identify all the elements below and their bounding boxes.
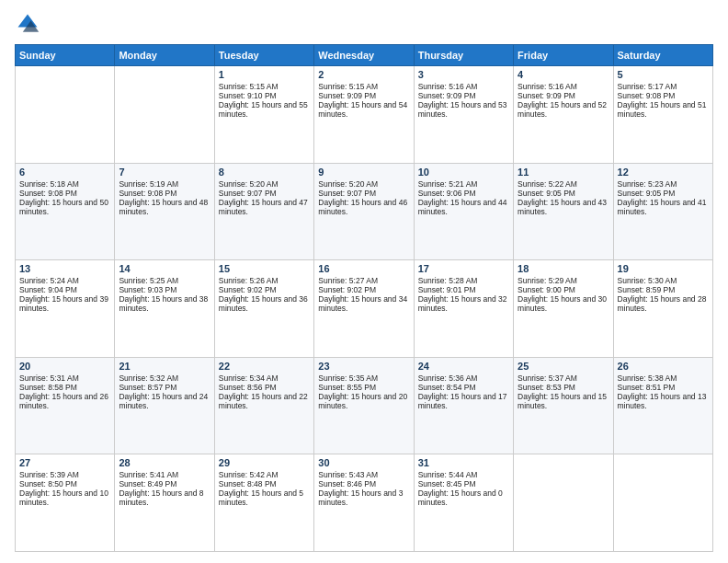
daylight-text: Daylight: 15 hours and 53 minutes. (418, 100, 509, 119)
day-number: 6 (19, 167, 110, 178)
sunset-text: Sunset: 9:08 PM (119, 189, 210, 198)
sunrise-text: Sunrise: 5:25 AM (119, 276, 210, 285)
sunset-text: Sunset: 8:46 PM (318, 479, 409, 488)
day-number: 7 (119, 167, 210, 178)
sunset-text: Sunset: 9:00 PM (518, 285, 609, 294)
calendar-cell: 30Sunrise: 5:43 AMSunset: 8:46 PMDayligh… (314, 454, 414, 552)
sunrise-text: Sunrise: 5:37 AM (518, 373, 609, 383)
calendar-cell: 13Sunrise: 5:24 AMSunset: 9:04 PMDayligh… (16, 260, 115, 358)
day-number: 27 (19, 457, 110, 468)
sunrise-text: Sunrise: 5:24 AM (19, 276, 110, 285)
calendar-table: SundayMondayTuesdayWednesdayThursdayFrid… (15, 44, 713, 552)
daylight-text: Daylight: 15 hours and 54 minutes. (318, 100, 409, 119)
sunset-text: Sunset: 8:50 PM (19, 479, 110, 488)
calendar-header-saturday: Saturday (613, 45, 712, 66)
day-number: 14 (119, 263, 210, 274)
calendar-cell: 11Sunrise: 5:22 AMSunset: 9:05 PMDayligh… (514, 163, 613, 260)
daylight-text: Daylight: 15 hours and 36 minutes. (219, 294, 310, 313)
sunset-text: Sunset: 9:09 PM (418, 91, 509, 100)
calendar-cell: 26Sunrise: 5:38 AMSunset: 8:51 PMDayligh… (613, 357, 712, 454)
calendar-cell: 20Sunrise: 5:31 AMSunset: 8:58 PMDayligh… (16, 357, 115, 454)
sunrise-text: Sunrise: 5:44 AM (418, 470, 509, 479)
daylight-text: Daylight: 15 hours and 41 minutes. (618, 198, 709, 216)
sunset-text: Sunset: 9:02 PM (318, 285, 409, 294)
daylight-text: Daylight: 15 hours and 17 minutes. (418, 392, 509, 410)
sunrise-text: Sunrise: 5:34 AM (219, 373, 310, 383)
calendar-header-thursday: Thursday (414, 45, 513, 66)
daylight-text: Daylight: 15 hours and 24 minutes. (119, 392, 210, 410)
calendar-cell: 21Sunrise: 5:32 AMSunset: 8:57 PMDayligh… (115, 357, 214, 454)
daylight-text: Daylight: 15 hours and 3 minutes. (318, 488, 409, 507)
sunset-text: Sunset: 9:01 PM (418, 285, 509, 294)
sunrise-text: Sunrise: 5:23 AM (618, 179, 709, 189)
calendar-header-tuesday: Tuesday (214, 45, 313, 66)
sunrise-text: Sunrise: 5:28 AM (418, 276, 509, 285)
daylight-text: Daylight: 15 hours and 20 minutes. (318, 392, 409, 410)
daylight-text: Daylight: 15 hours and 32 minutes. (418, 294, 509, 313)
sunset-text: Sunset: 8:54 PM (418, 383, 509, 392)
sunset-text: Sunset: 9:09 PM (318, 91, 409, 100)
daylight-text: Daylight: 15 hours and 34 minutes. (318, 294, 409, 313)
day-number: 28 (119, 457, 210, 468)
daylight-text: Daylight: 15 hours and 43 minutes. (518, 198, 609, 216)
sunrise-text: Sunrise: 5:20 AM (219, 179, 310, 189)
daylight-text: Daylight: 15 hours and 0 minutes. (418, 488, 509, 507)
sunset-text: Sunset: 8:53 PM (518, 383, 609, 392)
sunset-text: Sunset: 9:05 PM (618, 189, 709, 198)
calendar-cell: 10Sunrise: 5:21 AMSunset: 9:06 PMDayligh… (414, 163, 513, 260)
sunset-text: Sunset: 8:51 PM (618, 383, 709, 392)
daylight-text: Daylight: 15 hours and 51 minutes. (618, 100, 709, 119)
calendar-week-3: 13Sunrise: 5:24 AMSunset: 9:04 PMDayligh… (16, 260, 713, 358)
calendar-cell (115, 66, 214, 164)
day-number: 25 (518, 361, 609, 372)
day-number: 17 (418, 263, 509, 274)
sunrise-text: Sunrise: 5:35 AM (318, 373, 409, 383)
sunrise-text: Sunrise: 5:16 AM (418, 82, 509, 91)
sunrise-text: Sunrise: 5:39 AM (19, 470, 110, 479)
day-number: 26 (618, 361, 709, 372)
daylight-text: Daylight: 15 hours and 8 minutes. (119, 488, 210, 507)
day-number: 24 (418, 361, 509, 372)
day-number: 19 (618, 263, 709, 274)
calendar-cell: 7Sunrise: 5:19 AMSunset: 9:08 PMDaylight… (115, 163, 214, 260)
sunrise-text: Sunrise: 5:42 AM (219, 470, 310, 479)
calendar-header-row: SundayMondayTuesdayWednesdayThursdayFrid… (16, 45, 713, 66)
sunset-text: Sunset: 8:59 PM (618, 285, 709, 294)
sunrise-text: Sunrise: 5:22 AM (518, 179, 609, 189)
calendar-cell (16, 66, 115, 164)
calendar-week-5: 27Sunrise: 5:39 AMSunset: 8:50 PMDayligh… (16, 454, 713, 552)
day-number: 23 (318, 361, 409, 372)
sunrise-text: Sunrise: 5:43 AM (318, 470, 409, 479)
sunrise-text: Sunrise: 5:38 AM (618, 373, 709, 383)
sunrise-text: Sunrise: 5:16 AM (518, 82, 609, 91)
day-number: 20 (19, 361, 110, 372)
sunset-text: Sunset: 9:05 PM (518, 189, 609, 198)
day-number: 18 (518, 263, 609, 274)
day-number: 31 (418, 457, 509, 468)
sunset-text: Sunset: 8:56 PM (219, 383, 310, 392)
calendar-cell: 18Sunrise: 5:29 AMSunset: 9:00 PMDayligh… (514, 260, 613, 358)
sunset-text: Sunset: 9:08 PM (19, 189, 110, 198)
sunset-text: Sunset: 9:03 PM (119, 285, 210, 294)
sunrise-text: Sunrise: 5:18 AM (19, 179, 110, 189)
calendar-cell (514, 454, 613, 552)
daylight-text: Daylight: 15 hours and 30 minutes. (518, 294, 609, 313)
calendar-cell: 29Sunrise: 5:42 AMSunset: 8:48 PMDayligh… (214, 454, 313, 552)
daylight-text: Daylight: 15 hours and 46 minutes. (318, 198, 409, 216)
sunset-text: Sunset: 8:45 PM (418, 479, 509, 488)
day-number: 11 (518, 167, 609, 178)
calendar-cell: 17Sunrise: 5:28 AMSunset: 9:01 PMDayligh… (414, 260, 513, 358)
daylight-text: Daylight: 15 hours and 13 minutes. (618, 392, 709, 410)
calendar-header-sunday: Sunday (16, 45, 115, 66)
day-number: 30 (318, 457, 409, 468)
calendar-cell: 5Sunrise: 5:17 AMSunset: 9:08 PMDaylight… (613, 66, 712, 164)
day-number: 22 (219, 361, 310, 372)
calendar-cell (613, 454, 712, 552)
calendar-cell: 4Sunrise: 5:16 AMSunset: 9:09 PMDaylight… (514, 66, 613, 164)
day-number: 10 (418, 167, 509, 178)
calendar-cell: 14Sunrise: 5:25 AMSunset: 9:03 PMDayligh… (115, 260, 214, 358)
sunrise-text: Sunrise: 5:29 AM (518, 276, 609, 285)
day-number: 16 (318, 263, 409, 274)
day-number: 29 (219, 457, 310, 468)
daylight-text: Daylight: 15 hours and 55 minutes. (219, 100, 310, 119)
